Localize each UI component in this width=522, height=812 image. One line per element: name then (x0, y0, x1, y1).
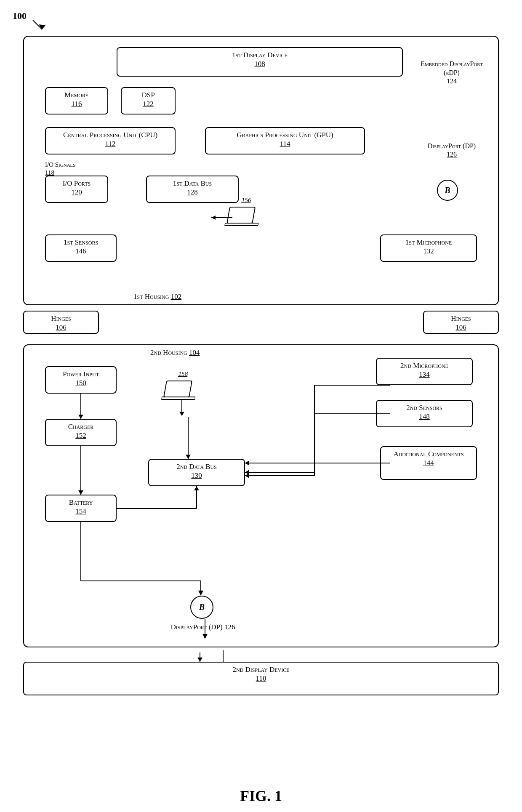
svg-marker-58 (211, 216, 216, 220)
data-bus1-label: 1st Data Bus (173, 179, 212, 187)
battery-num: 154 (50, 507, 112, 516)
svg-marker-1 (39, 24, 45, 29)
gpu-num: 114 (210, 140, 360, 148)
data-bus2-label: 2nd Data Bus (176, 463, 217, 471)
hinges-right: Hinges 106 (423, 311, 499, 334)
data-bus2-box: 2nd Data Bus 130 (148, 459, 245, 486)
display1-box: 1st Display Device 108 (117, 47, 403, 77)
display1-label: 1st Display Device (232, 51, 288, 59)
dsp-num: 122 (126, 100, 170, 108)
charger-box: Charger 152 (45, 419, 117, 446)
edp-label: Embedded DisplayPort (eDP) 124 (418, 60, 485, 85)
svg-marker-89 (197, 658, 202, 662)
dsp-box: DSP 122 (121, 87, 176, 114)
mic1-label: 1st Microphone (405, 238, 452, 246)
mic1-box: 1st Microphone 132 (380, 234, 477, 262)
svg-marker-81 (245, 461, 249, 466)
memory-label: Memory (64, 91, 89, 99)
sensors2-num: 148 (381, 413, 468, 421)
charger-label: Charger (68, 423, 94, 431)
charger-num: 152 (50, 431, 112, 440)
circle-b-1: B (437, 180, 458, 201)
gpu-label: Graphics Processing Unit (GPU) (237, 131, 333, 139)
power-input-num: 150 (50, 379, 112, 387)
housing2-label-text: 2nd Housing 104 (150, 349, 200, 357)
svg-marker-74 (245, 470, 249, 475)
cpu-label: Central Processing Unit (CPU) (63, 131, 157, 139)
svg-marker-66 (78, 490, 83, 495)
memory-box: Memory 116 (45, 87, 108, 114)
sensors1-box: 1st Sensors 146 (45, 234, 117, 262)
power-input-box: Power Input 150 (45, 366, 117, 394)
housing1-label-text: 1st Housing 102 (133, 293, 181, 301)
io-ports-label: I/O Ports (63, 179, 91, 187)
additional-box: Additional Components 144 (380, 446, 477, 480)
svg-line-0 (33, 20, 42, 29)
mic2-label: 2nd Microphone (400, 362, 448, 370)
io-ports-num: 120 (50, 188, 103, 197)
cpu-num: 112 (50, 140, 170, 148)
sensors2-label: 2nd Sensors (406, 404, 442, 412)
sensors1-num: 146 (50, 247, 112, 256)
laptop-158: 158 (161, 379, 199, 402)
display2-box: 2nd Display Device 110 (23, 662, 499, 695)
additional-label: Additional Components (393, 450, 463, 458)
cpu-box: Central Processing Unit (CPU) 112 (45, 127, 176, 154)
display2-num: 110 (28, 674, 494, 683)
data-bus2-num: 130 (153, 471, 240, 480)
svg-marker-71 (186, 455, 191, 459)
dp-label: DisplayPort (DP) 126 (418, 142, 485, 158)
battery-label: Battery (69, 498, 93, 506)
svg-marker-79 (245, 473, 249, 478)
memory-num: 116 (50, 100, 103, 108)
battery-box: Battery 154 (45, 495, 117, 522)
svg-marker-62 (179, 412, 184, 416)
fig-label: FIG. 1 (0, 787, 522, 795)
ref-label-100: 100 (13, 11, 27, 21)
svg-marker-64 (78, 415, 83, 419)
svg-marker-85 (198, 591, 203, 596)
mic1-num: 132 (385, 247, 472, 256)
first-housing: 1st Display Device 108 Memory 116 DSP 12… (23, 36, 499, 305)
display2-label: 2nd Display Device (232, 666, 289, 674)
dp-label-2: DisplayPort (DP) 126 (154, 623, 251, 631)
data-bus1-box: 1st Data Bus 128 (146, 176, 239, 203)
second-housing: 2nd Housing 104 Power Input 150 158 2nd … (23, 344, 499, 647)
io-ports-box: I/O Ports 120 (45, 176, 108, 203)
additional-num: 144 (385, 459, 472, 467)
circle-b-2: B (190, 596, 213, 619)
mic2-num: 134 (381, 370, 468, 379)
hinges-left: Hinges 106 (23, 311, 99, 334)
data-bus1-num: 128 (151, 188, 234, 197)
mic2-box: 2nd Microphone 134 (376, 358, 473, 385)
sensors2-box: 2nd Sensors 148 (376, 400, 473, 427)
dsp-label: DSP (141, 91, 154, 99)
gpu-box: Graphics Processing Unit (GPU) 114 (205, 127, 365, 154)
sensors1-label: 1st Sensors (64, 238, 98, 246)
power-input-label: Power Input (63, 370, 99, 378)
laptop-158-num: 158 (178, 370, 188, 378)
display1-num: 108 (122, 60, 398, 68)
io-signals-label: I/O Signals 118 (45, 161, 108, 176)
laptop-156-num: 156 (241, 197, 251, 204)
svg-marker-87 (202, 634, 208, 639)
svg-marker-69 (194, 486, 199, 490)
svg-rect-59 (164, 381, 192, 397)
svg-rect-60 (161, 397, 195, 399)
